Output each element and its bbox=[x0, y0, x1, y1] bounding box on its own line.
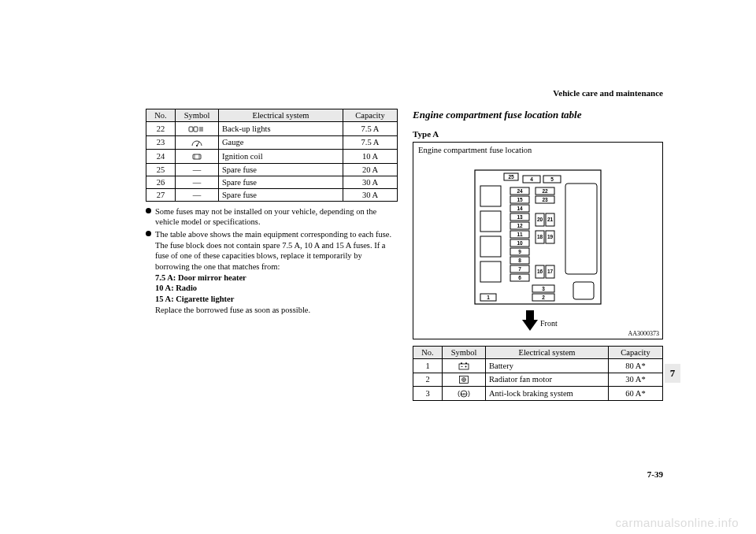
diagram-id: AA3000373 bbox=[628, 330, 659, 337]
note-bullet-1: Some fuses may not be installed on your … bbox=[146, 206, 398, 228]
cell-system: Gauge bbox=[219, 135, 343, 150]
fuse-table-interior: No. Symbol Electrical system Capacity 22 bbox=[146, 109, 398, 202]
svg-text:ABS: ABS bbox=[461, 392, 467, 396]
cell-system: Ignition coil bbox=[219, 150, 343, 164]
cell-no: 23 bbox=[146, 135, 176, 150]
cell-system: Spare fuse bbox=[219, 163, 343, 176]
col-no: No. bbox=[146, 109, 176, 122]
svg-rect-13 bbox=[480, 236, 501, 257]
dash-icon: — bbox=[176, 176, 219, 188]
svg-text:22: 22 bbox=[542, 188, 548, 194]
watermark: carmanualsonline.info bbox=[616, 516, 739, 529]
svg-text:9: 9 bbox=[518, 249, 521, 254]
svg-point-6 bbox=[196, 145, 198, 146]
table-row: 3 ABS Anti-lock braking system 60 A* bbox=[413, 387, 663, 401]
table-row: 25 — Spare fuse 20 A bbox=[146, 163, 398, 176]
svg-rect-7 bbox=[193, 154, 201, 159]
dash-icon: — bbox=[176, 188, 219, 201]
ignition-coil-icon bbox=[176, 150, 219, 164]
svg-rect-67 bbox=[526, 310, 534, 320]
svg-rect-1 bbox=[194, 127, 198, 132]
table-row: 2 Radiator fan motor 30 A* bbox=[413, 373, 663, 387]
section-heading: Engine compartment fuse location table bbox=[413, 109, 663, 121]
col-system: Electrical system bbox=[486, 347, 609, 359]
cell-no: 24 bbox=[146, 150, 176, 164]
diagram-caption: Engine compartment fuse location bbox=[418, 146, 658, 154]
cell-capacity: 20 A bbox=[343, 163, 398, 176]
running-head: Vehicle care and maintenance bbox=[553, 88, 663, 98]
table-header-row: No. Symbol Electrical system Capacity bbox=[413, 347, 663, 359]
table-row: 22 Back-up lights 7.5 A bbox=[146, 122, 398, 136]
cell-capacity: 30 A bbox=[343, 176, 398, 188]
svg-rect-16 bbox=[573, 282, 594, 299]
svg-text:25: 25 bbox=[508, 174, 514, 180]
col-capacity: Capacity bbox=[343, 109, 398, 122]
table-row: 24 Ignition coil 10 A bbox=[146, 150, 398, 164]
table-header-row: No. Symbol Electrical system Capacity bbox=[146, 109, 398, 122]
cell-system: Spare fuse bbox=[219, 188, 343, 201]
svg-text:24: 24 bbox=[517, 188, 523, 194]
col-symbol: Symbol bbox=[443, 347, 486, 359]
note-paragraph: The fuse block does not contain spare 7.… bbox=[155, 241, 386, 271]
table-row: 26 — Spare fuse 30 A bbox=[146, 176, 398, 188]
svg-text:3: 3 bbox=[542, 286, 545, 291]
svg-text:16: 16 bbox=[537, 269, 543, 274]
svg-text:2: 2 bbox=[542, 295, 545, 300]
fan-icon bbox=[443, 373, 486, 387]
section-tab: 7 bbox=[665, 364, 680, 383]
svg-text:19: 19 bbox=[547, 234, 554, 239]
cell-no: 3 bbox=[413, 387, 443, 401]
svg-rect-0 bbox=[189, 127, 193, 132]
svg-text:Front: Front bbox=[540, 319, 558, 328]
page-number: 7-39 bbox=[647, 469, 663, 479]
type-label: Type A bbox=[413, 129, 663, 139]
note-bullet-2: The table above shows the main equipment… bbox=[146, 229, 398, 315]
svg-text:23: 23 bbox=[542, 197, 548, 202]
note-text: The table above shows the main equipment… bbox=[155, 230, 391, 239]
cell-system: Battery bbox=[486, 359, 609, 373]
cell-capacity: 30 A bbox=[343, 188, 398, 201]
col-symbol: Symbol bbox=[176, 109, 219, 122]
cell-capacity: 30 A* bbox=[609, 373, 663, 387]
svg-text:1: 1 bbox=[487, 295, 490, 300]
dash-icon: — bbox=[176, 163, 219, 176]
fuse-diagram: 25 4 5 24 15 14 13 12 11 10 9 8 7 6 22 bbox=[447, 156, 628, 337]
svg-rect-71 bbox=[461, 362, 462, 364]
svg-text:15: 15 bbox=[517, 197, 523, 202]
svg-text:11: 11 bbox=[517, 232, 523, 237]
left-column: No. Symbol Electrical system Capacity 22 bbox=[146, 109, 398, 317]
note-line-1: 7.5 A: Door mirror heater bbox=[155, 273, 246, 282]
cell-system: Spare fuse bbox=[219, 176, 343, 188]
svg-text:21: 21 bbox=[547, 217, 554, 222]
svg-text:12: 12 bbox=[517, 223, 523, 228]
svg-text:6: 6 bbox=[518, 275, 521, 280]
cell-no: 2 bbox=[413, 373, 443, 387]
svg-marker-68 bbox=[522, 320, 538, 331]
right-column: Engine compartment fuse location table T… bbox=[413, 109, 663, 401]
svg-text:13: 13 bbox=[517, 214, 523, 220]
table-row: 1 Battery 80 A* bbox=[413, 359, 663, 373]
note-text: Some fuses may not be installed on your … bbox=[155, 207, 376, 227]
cell-no: 25 bbox=[146, 163, 176, 176]
cell-system: Anti-lock braking system bbox=[486, 387, 609, 401]
svg-rect-11 bbox=[480, 186, 501, 206]
col-capacity: Capacity bbox=[609, 347, 663, 359]
note-paragraph-2: Replace the borrowed fuse as soon as pos… bbox=[155, 306, 310, 314]
note-line-2: 10 A: Radio bbox=[155, 284, 197, 292]
fuse-table-engine: No. Symbol Electrical system Capacity 1 bbox=[413, 346, 663, 401]
svg-text:18: 18 bbox=[537, 234, 543, 239]
note-line-3: 15 A: Cigarette lighter bbox=[155, 295, 234, 303]
cell-no: 27 bbox=[146, 188, 176, 201]
cell-no: 1 bbox=[413, 359, 443, 373]
svg-text:5: 5 bbox=[550, 176, 554, 182]
svg-text:8: 8 bbox=[518, 258, 521, 263]
cell-capacity: 10 A bbox=[343, 150, 398, 164]
battery-icon bbox=[443, 359, 486, 373]
svg-text:14: 14 bbox=[517, 206, 523, 211]
svg-text:7: 7 bbox=[518, 266, 521, 272]
col-no: No. bbox=[413, 347, 443, 359]
cell-capacity: 80 A* bbox=[609, 359, 663, 373]
svg-rect-15 bbox=[565, 184, 597, 274]
cell-capacity: 60 A* bbox=[609, 387, 663, 401]
backup-lights-icon bbox=[176, 122, 219, 136]
